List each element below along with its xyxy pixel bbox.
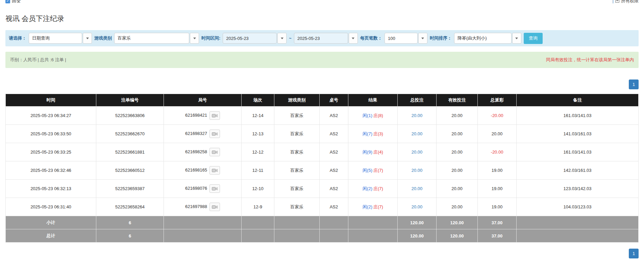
result-banker: 庄(7) <box>373 168 383 173</box>
caret-icon <box>352 38 354 39</box>
result-banker: 庄(4) <box>373 150 383 155</box>
date-from-input[interactable] <box>223 33 277 44</box>
empty-cell <box>164 229 242 243</box>
cell-session: 12-9 <box>242 198 274 216</box>
total-bet-link[interactable]: 20.00 <box>412 150 423 155</box>
cell-result: 闲(9)庄(4) <box>348 143 398 161</box>
cell-time: 2025-05-23 06:34:27 <box>6 107 96 125</box>
cell-session: 12-10 <box>242 180 274 198</box>
cell-round: 621698076 <box>164 180 242 198</box>
video-replay-button[interactable] <box>209 130 220 138</box>
video-replay-button[interactable] <box>209 184 220 193</box>
summary-notice: 同局有效投注，统一计算在该局第一张注单内 <box>546 57 634 63</box>
table-body: 2025-05-23 06:34:27 522523663806 6216984… <box>6 107 639 216</box>
monitor-icon <box>615 0 619 3</box>
cell-session: 12-11 <box>242 161 274 180</box>
game-type-select[interactable] <box>114 33 199 44</box>
video-replay-button[interactable] <box>209 148 220 156</box>
cell-result: 闲(5)庄(7) <box>348 161 398 180</box>
video-replay-button[interactable] <box>209 111 220 120</box>
date-from-select[interactable] <box>223 33 287 44</box>
cell-round: 621697988 <box>164 198 242 216</box>
chevron-down-icon[interactable] <box>418 33 427 44</box>
chevron-down-icon[interactable] <box>277 33 287 44</box>
time-sort-select[interactable] <box>454 33 521 44</box>
subtotal-payout: 37.00 <box>478 216 517 229</box>
result-banker: 庄(7) <box>373 204 383 209</box>
bet-records-table: 时间 注单编号 局号 场次 游戏类别 桌号 结果 总投注 有效投注 总派彩 备注… <box>5 94 639 243</box>
cell-round: 621698327 <box>164 125 242 143</box>
summary-currency-count: 币别：人民币 | 总共 :6 注单 | <box>10 57 66 63</box>
video-replay-button[interactable] <box>209 166 220 175</box>
divider: | <box>613 0 614 4</box>
total-bet-link[interactable]: 20.00 <box>412 131 423 136</box>
header-payout: 总派彩 <box>478 94 517 107</box>
cell-note: 141.03/161.03 <box>517 125 639 143</box>
empty-cell <box>517 216 639 229</box>
empty-cell <box>517 229 639 243</box>
range-separator: ~ <box>289 36 292 41</box>
cell-table-no: AS2 <box>320 143 348 161</box>
chevron-down-icon[interactable] <box>83 33 92 44</box>
query-type-input[interactable] <box>29 33 82 44</box>
cell-valid-bet: 20.00 <box>437 180 478 198</box>
page-1-button[interactable]: 1 <box>629 79 639 89</box>
cell-note: 161.03/141.03 <box>517 107 639 125</box>
cell-total-bet: 20.00 <box>398 125 437 143</box>
result-banker: 庄(7) <box>373 186 383 191</box>
total-bet-link[interactable]: 20.00 <box>412 204 423 209</box>
pagination-top: 1 <box>5 79 639 89</box>
total-bet-link[interactable]: 20.00 <box>412 186 423 191</box>
query-type-select[interactable] <box>29 33 92 44</box>
result-player: 闲(7) <box>363 131 372 136</box>
caret-icon <box>515 38 518 39</box>
checkbox-icon[interactable]: ✓ <box>5 0 10 3</box>
cell-valid-bet: 20.00 <box>437 143 478 161</box>
video-icon <box>212 132 218 136</box>
round-number: 621698327 <box>185 131 207 136</box>
page-container: 视讯 会员下注纪录 请选择： 游戏类别 时间区间: ~ 每页笔数： 时间排序： <box>0 14 644 267</box>
time-sort-input[interactable] <box>454 33 512 44</box>
result-banker: 庄(8) <box>373 113 383 118</box>
topbar-left-label: 回变 <box>12 0 21 4</box>
subtotal-row: 小计 6 120.00 120.00 37.00 <box>6 216 639 229</box>
cell-time: 2025-05-23 06:32:13 <box>6 180 96 198</box>
game-type-input[interactable] <box>114 33 189 44</box>
empty-cell <box>242 216 274 229</box>
round-number: 621697988 <box>185 204 207 209</box>
cell-game-type: 百家乐 <box>274 161 320 180</box>
cell-time: 2025-05-23 06:32:46 <box>6 161 96 180</box>
topbar-right-label[interactable]: 所有权限 <box>621 0 639 4</box>
cell-result: 闲(2)庄(7) <box>348 180 398 198</box>
header-table-no: 桌号 <box>320 94 348 107</box>
search-button[interactable]: 查询 <box>524 33 543 44</box>
table-row: 2025-05-23 06:31:40 522523658264 6216979… <box>6 198 639 216</box>
video-icon <box>212 150 218 154</box>
subtotal-valid-bet: 120.00 <box>437 216 478 229</box>
total-bet-link[interactable]: 20.00 <box>412 113 423 118</box>
page-1-button[interactable]: 1 <box>629 249 639 258</box>
result-player: 闲(1) <box>363 113 372 118</box>
cell-time: 2025-05-23 06:31:40 <box>6 198 96 216</box>
chevron-down-icon[interactable] <box>190 33 199 44</box>
cell-payout: 19.00 <box>478 161 517 180</box>
date-to-input[interactable] <box>294 33 348 44</box>
cell-valid-bet: 20.00 <box>437 125 478 143</box>
cell-game-type: 百家乐 <box>274 198 320 216</box>
chevron-down-icon[interactable] <box>512 33 521 44</box>
topbar: ✓ 回变 | 所有权限 <box>0 0 644 4</box>
page-size-select[interactable] <box>385 33 427 44</box>
total-bet-link[interactable]: 20.00 <box>412 168 423 173</box>
date-to-select[interactable] <box>294 33 358 44</box>
caret-icon <box>281 38 283 39</box>
subtotal-total-bet: 120.00 <box>398 216 437 229</box>
table-row: 2025-05-23 06:34:27 522523663806 6216984… <box>6 107 639 125</box>
video-replay-button[interactable] <box>209 203 220 211</box>
chevron-down-icon[interactable] <box>349 33 358 44</box>
cell-valid-bet: 20.00 <box>437 198 478 216</box>
header-game-type: 游戏类别 <box>274 94 320 107</box>
video-icon <box>212 205 218 209</box>
header-bet-id: 注单编号 <box>96 94 164 107</box>
page-size-input[interactable] <box>385 33 418 44</box>
table-row: 2025-05-23 06:32:46 522523660512 6216981… <box>6 161 639 180</box>
